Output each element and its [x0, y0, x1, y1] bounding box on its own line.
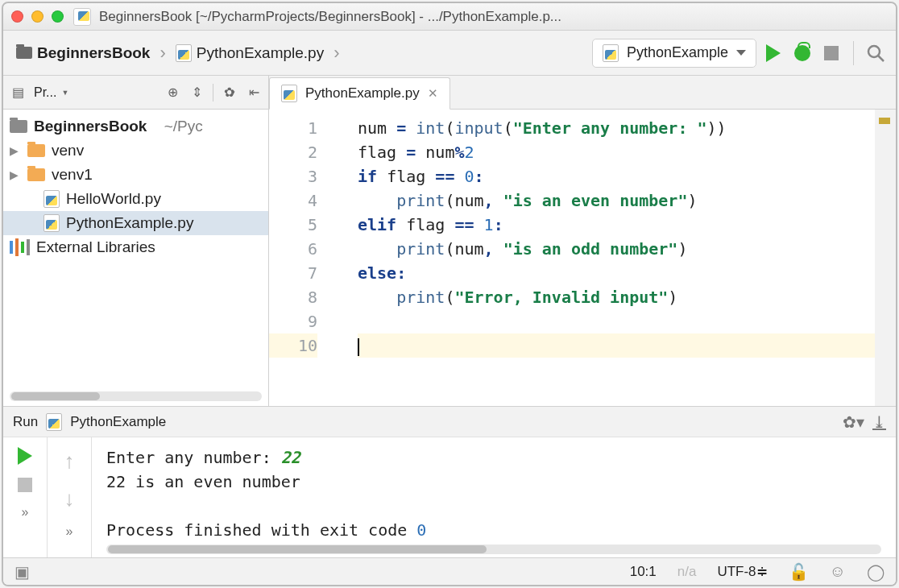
chevron-right-icon: [330, 43, 342, 64]
disclosure-triangle-icon[interactable]: ▶: [10, 144, 21, 157]
scroll-down-button[interactable]: ↓: [64, 487, 75, 511]
rerun-button[interactable]: [18, 447, 32, 465]
hide-panel-button[interactable]: ⇤: [246, 85, 262, 101]
breadcrumb-file[interactable]: PythonExample.py: [171, 43, 329, 64]
ide-window: BeginnersBook [~/PycharmProjects/Beginne…: [2, 2, 897, 586]
tree-item[interactable]: PythonExample.py: [3, 211, 268, 235]
search-button[interactable]: [864, 41, 888, 65]
run-label[interactable]: Run: [13, 414, 38, 430]
play-icon: [18, 447, 32, 465]
export-button[interactable]: ⤓: [872, 412, 886, 432]
editor-tabs: PythonExample.py ✕: [269, 76, 896, 109]
tree-external-libraries[interactable]: External Libraries: [3, 235, 268, 259]
line-gutter: 12345678910: [269, 110, 358, 406]
run-config-name[interactable]: PythonExample: [70, 414, 166, 430]
editor-tab[interactable]: PythonExample.py ✕: [269, 77, 450, 110]
bug-icon: [794, 45, 810, 61]
tree-item[interactable]: ▶venv1: [3, 163, 268, 187]
python-file-icon: [281, 85, 297, 102]
project-label[interactable]: Pr...: [34, 85, 56, 100]
minimize-window-button[interactable]: [31, 10, 44, 23]
tree-item[interactable]: HelloWorld.py: [3, 187, 268, 211]
tool-windows-button[interactable]: ▣: [14, 562, 30, 582]
status-bar: ▣ 10:1 n/a UTF-8≑ 🔓 ☺ ◯: [3, 557, 896, 585]
settings-button[interactable]: ✿▾: [222, 85, 238, 101]
sidebar-scrollbar[interactable]: [10, 391, 262, 401]
close-window-button[interactable]: [11, 10, 23, 23]
svg-point-0: [868, 46, 880, 57]
window-title: BeginnersBook [~/PycharmProjects/Beginne…: [99, 9, 888, 25]
tree-project-root[interactable]: BeginnersBook ~/Pyc: [3, 114, 268, 139]
stop-process-button[interactable]: [18, 478, 32, 492]
run-config-dropdown[interactable]: PythonExample: [592, 39, 756, 68]
folder-icon: [27, 168, 45, 181]
debug-button[interactable]: [790, 41, 814, 65]
python-file-icon: [46, 413, 62, 431]
title-file-icon: [73, 8, 91, 26]
feedback-icon[interactable]: ◯: [867, 562, 884, 582]
stop-button[interactable]: [819, 41, 843, 65]
zoom-window-button[interactable]: [52, 10, 64, 23]
python-file-icon: [176, 44, 192, 62]
chevron-down-icon: ▼: [61, 89, 68, 97]
error-stripe[interactable]: [875, 110, 896, 406]
search-icon: [866, 43, 885, 63]
toolbar: ▤ Pr...▼ ⊕ ⇕ ✿▾ ⇤ PythonExample.py ✕: [3, 76, 896, 110]
titlebar: BeginnersBook [~/PycharmProjects/Beginne…: [3, 3, 896, 31]
console-output[interactable]: Enter any number: 22 22 is an even numbe…: [92, 437, 896, 557]
run-button[interactable]: [761, 41, 785, 65]
tree-item[interactable]: ▶venv: [3, 139, 268, 163]
collapse-all-button[interactable]: ⇕: [188, 85, 205, 101]
file-encoding[interactable]: UTF-8≑: [717, 563, 767, 580]
chevron-right-icon: [156, 43, 168, 64]
python-file-icon: [603, 44, 619, 62]
project-tool-header: ▤ Pr...▼ ⊕ ⇕ ✿▾ ⇤: [3, 76, 269, 109]
code-area[interactable]: num = int(input("Enter any number: "))fl…: [358, 110, 875, 406]
breadcrumb-root[interactable]: BeginnersBook: [11, 43, 155, 64]
window-controls: [11, 10, 64, 23]
folder-icon: [27, 144, 45, 157]
disclosure-triangle-icon[interactable]: ▶: [10, 168, 21, 181]
caret-position[interactable]: 10:1: [630, 564, 657, 580]
folder-icon: [16, 47, 32, 59]
run-panel-header: Run PythonExample ✿▾ ⤓: [3, 406, 896, 437]
locate-file-button[interactable]: ⊕: [164, 85, 180, 101]
python-file-icon: [44, 190, 60, 208]
folder-icon: [10, 120, 27, 133]
run-settings-button[interactable]: ✿▾: [843, 412, 864, 432]
console-scrollbar[interactable]: [106, 545, 881, 554]
line-separator[interactable]: n/a: [677, 564, 697, 580]
library-icon: [10, 238, 30, 256]
nav-bar: BeginnersBook PythonExample.py PythonExa…: [3, 31, 896, 76]
expand-button[interactable]: »: [22, 505, 29, 520]
stop-icon: [824, 46, 839, 60]
chevron-down-icon: [736, 50, 746, 56]
run-panel-buttons-2: ↑ ↓ »: [48, 437, 92, 557]
breadcrumb: BeginnersBook PythonExample.py: [11, 43, 343, 64]
svg-line-1: [878, 56, 884, 61]
run-panel-buttons-1: »: [3, 437, 48, 557]
code-editor[interactable]: 12345678910 num = int(input("Enter any n…: [269, 110, 896, 406]
project-view-icon[interactable]: ▤: [10, 85, 26, 101]
project-tree: BeginnersBook ~/Pyc ▶venv▶venv1HelloWorl…: [3, 110, 269, 406]
play-icon: [766, 44, 781, 62]
expand-button-2[interactable]: »: [66, 524, 73, 539]
scroll-up-button[interactable]: ↑: [64, 449, 75, 474]
close-tab-button[interactable]: ✕: [428, 86, 438, 101]
inspector-icon[interactable]: ☺: [830, 562, 846, 581]
readonly-toggle[interactable]: 🔓: [789, 562, 809, 582]
run-panel: » ↑ ↓ » Enter any number: 22 22 is an ev…: [3, 437, 896, 557]
python-file-icon: [44, 214, 60, 232]
